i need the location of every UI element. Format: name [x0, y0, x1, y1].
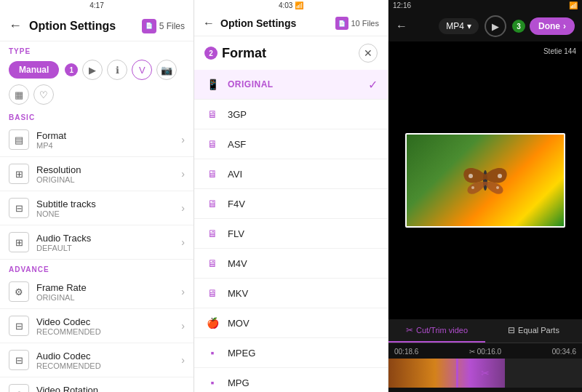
format-icon-mkv: 🖥	[204, 285, 220, 301]
timeline-thumb[interactable]	[456, 359, 458, 388]
type-btn-video[interactable]: ▶	[82, 60, 103, 80]
step-number: 3	[512, 20, 525, 33]
format-item-flv[interactable]: 🖥 FLV	[194, 219, 388, 249]
equal-parts-icon: ⊟	[508, 325, 515, 335]
time-p3: 12:16	[393, 1, 411, 9]
settings-list: BASIC ▤ Format MP4 › ⊞ Resolution ORIGIN…	[0, 108, 194, 392]
timeline-scissors-icon: ✂	[481, 367, 490, 379]
video-preview: Stetie 144	[388, 41, 582, 319]
svg-point-1	[469, 174, 473, 178]
timeline-track[interactable]: ✂	[388, 359, 582, 388]
framerate-value: ORIGINAL	[36, 293, 181, 302]
done-button[interactable]: Done ›	[530, 17, 575, 35]
corner-tl	[405, 133, 414, 142]
video-codec-arrow: ›	[181, 320, 185, 332]
framerate-icon: ⚙	[9, 281, 29, 302]
format-selector-btn[interactable]: MP4 ▾	[439, 18, 479, 34]
svg-point-2	[498, 174, 502, 178]
format-name-f4v: F4V	[228, 199, 378, 209]
format-icon-flv: 🖥	[204, 225, 220, 241]
format-item-avi[interactable]: 🖥 AVI	[194, 159, 388, 189]
action-tabs: ✂ Cut/Trim video ⊟ Equal Parts	[388, 319, 582, 343]
format-icon-3gp: 🖥	[204, 106, 220, 122]
bottom-controls: ✂ Cut/Trim video ⊟ Equal Parts 00:18.6 ✂…	[388, 319, 582, 392]
video-codec-name: Video Codec	[36, 316, 181, 327]
format-arrow: ›	[181, 134, 185, 145]
manual-label: Manual	[19, 65, 49, 75]
tab-cut-trim-label: Cut/Trim video	[416, 326, 468, 335]
format-name-asf: ASF	[228, 139, 378, 150]
framerate-text: Frame Rate ORIGINAL	[36, 282, 181, 302]
video-frame	[405, 133, 565, 228]
format-item-mov[interactable]: 🍎 MOV	[194, 308, 388, 338]
format-icon: ▤	[9, 129, 29, 150]
format-item-3gp[interactable]: 🖥 3GP	[194, 100, 388, 129]
audio-codec-text: Audio Codec RECOMMENDED	[36, 351, 181, 370]
format-icon-mov: 🍎	[204, 315, 220, 331]
resolution-arrow: ›	[181, 168, 185, 180]
badge-2: 2	[204, 47, 218, 60]
type-btn-heart[interactable]: ♡	[33, 84, 54, 105]
type-btn-v[interactable]: V	[132, 60, 152, 80]
timeline[interactable]: 00:18.6 ✂ 00:16.0 00:34.6 ✂	[388, 343, 582, 392]
format-name-m4v: M4V	[228, 258, 378, 269]
video-rotation-text: Video Rotation 0	[36, 385, 181, 393]
subtitle-setting[interactable]: ⊟ Subtitle tracks NONE ›	[0, 191, 194, 225]
tab-equal-parts-label: Equal Parts	[518, 326, 559, 335]
advance-section-header: ADVANCE	[0, 260, 194, 275]
audio-tracks-setting[interactable]: ⊞ Audio Tracks DEFAULT ›	[0, 225, 194, 260]
timeline-time-cut: ✂ 00:16.0	[469, 348, 501, 356]
video-codec-setting[interactable]: ⊟ Video Codec RECOMMENDED ›	[0, 309, 194, 343]
time-p2: 4:03	[279, 1, 292, 9]
panel2-header: ← Option Settings 📄 10 Files	[194, 11, 388, 36]
chevron-right-icon: ›	[563, 21, 566, 31]
format-title: Format	[222, 46, 359, 61]
format-item-mpeg[interactable]: ▪ MPEG	[194, 338, 388, 368]
format-item-mkv[interactable]: 🖥 MKV	[194, 279, 388, 308]
timeline-time-start: 00:18.6	[394, 348, 418, 356]
audio-codec-setting[interactable]: ⊟ Audio Codec RECOMMENDED ›	[0, 343, 194, 377]
format-name: Format	[36, 130, 181, 141]
format-item-f4v[interactable]: 🖥 F4V	[194, 189, 388, 219]
type-btn-instagram[interactable]: 📷	[156, 60, 177, 80]
basic-section-header: BASIC	[0, 108, 194, 123]
audio-tracks-text: Audio Tracks DEFAULT	[36, 233, 181, 252]
status-bar-p2: 4:03 📶	[194, 0, 388, 11]
type-section: TYPE Manual 1 ▶ ℹ V 📷 ▦ ♡	[0, 41, 194, 108]
tab-equal-parts[interactable]: ⊟ Equal Parts	[485, 319, 582, 343]
play-button[interactable]: ▶	[485, 15, 506, 37]
back-button-p3[interactable]: ←	[396, 20, 407, 33]
format-check-original: ✓	[368, 78, 378, 92]
type-btn-info[interactable]: ℹ	[107, 60, 127, 80]
corner-bl	[405, 219, 414, 228]
audio-codec-arrow: ›	[181, 354, 185, 366]
manual-button[interactable]: Manual	[9, 61, 59, 79]
back-button-p2[interactable]: ←	[203, 17, 215, 30]
scissors-icon: ✂	[406, 325, 413, 335]
tab-cut-trim[interactable]: ✂ Cut/Trim video	[388, 319, 485, 343]
format-dialog-header: 2 Format ✕	[194, 36, 388, 70]
framerate-setting[interactable]: ⚙ Frame Rate ORIGINAL ›	[0, 275, 194, 309]
file-icon-p1: 📄	[142, 19, 156, 33]
format-item-original[interactable]: 📱 ORIGINAL ✓	[194, 70, 388, 100]
files-count-p1: 5 Files	[159, 21, 185, 31]
svg-point-4	[496, 186, 499, 189]
format-item-m4v[interactable]: 🖥 M4V	[194, 249, 388, 279]
format-item-mpg[interactable]: ▪ MPG	[194, 368, 388, 392]
subtitle-name: Subtitle tracks	[36, 199, 181, 209]
butterfly-thumbnail	[407, 135, 564, 226]
format-item-asf[interactable]: 🖥 ASF	[194, 129, 388, 159]
video-rotation-setting[interactable]: ⊘ Video Rotation 0 ›	[0, 377, 194, 392]
close-button-format[interactable]: ✕	[359, 44, 378, 63]
framerate-name: Frame Rate	[36, 282, 181, 293]
format-setting[interactable]: ▤ Format MP4 ›	[0, 123, 194, 157]
format-name-mov: MOV	[228, 318, 378, 329]
format-name-mkv: MKV	[228, 288, 378, 299]
resolution-setting[interactable]: ⊞ Resolution ORIGINAL ›	[0, 157, 194, 191]
type-btn-box[interactable]: ▦	[9, 84, 29, 105]
panel3-toolbar: ← MP4 ▾ ▶ 3 Done ›	[388, 11, 582, 41]
back-button-p1[interactable]: ←	[9, 18, 22, 33]
video-codec-icon: ⊟	[9, 316, 29, 336]
video-codec-text: Video Codec RECOMMENDED	[36, 316, 181, 336]
video-label: Stetie 144	[543, 47, 576, 55]
